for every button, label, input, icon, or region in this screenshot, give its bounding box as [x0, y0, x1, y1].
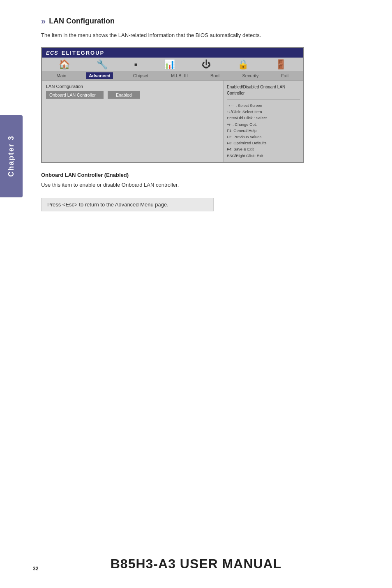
bios-keys-text: →← : Select Screen ↑↓/Click: Select Item… [227, 102, 300, 159]
key-esc: ESC/Right Click: Exit [227, 153, 300, 159]
key-f3: F3: Optimized Defaults [227, 140, 300, 146]
tab-exit[interactable]: Exit [279, 72, 291, 79]
key-f4: F4: Save & Exit [227, 146, 300, 152]
wrench-icon: 🔧 [97, 60, 108, 69]
key-f2: F2: Previous Values [227, 134, 300, 140]
key-select-screen: →← : Select Screen [227, 102, 300, 109]
page-container: Chapter 3 » LAN Configuration The item i… [0, 0, 392, 588]
bios-right-panel: Enabled/Disabled Onboard LAN Controller … [223, 81, 303, 162]
bios-help-text: Enabled/Disabled Onboard LAN Controller [227, 84, 300, 96]
tab-mib[interactable]: M.I.B. III [168, 72, 190, 79]
bios-icon-security[interactable]: 🔒 [238, 60, 249, 69]
chapter-sidebar: Chapter 3 [0, 115, 23, 197]
home-icon: 🏠 [59, 60, 70, 69]
bios-section-label: LAN Configuration [46, 84, 219, 89]
chip-icon: ▪️ [134, 60, 138, 69]
bios-icon-main[interactable]: 🏠 [59, 60, 70, 69]
bios-icon-exit[interactable]: 🚪 [275, 60, 286, 69]
bios-item-name-lan: Onboard LAN Controller [46, 91, 104, 99]
chapter-label: Chapter 3 [7, 135, 16, 177]
section-arrow-icon: » [41, 16, 46, 26]
bios-brand: ELITEGROUP [62, 50, 105, 56]
power-icon: ⏻ [202, 60, 211, 69]
bios-nav-icons: 🏠 🔧 ▪️ 📊 ⏻ 🔒 🚪 [42, 58, 303, 71]
lock-icon: 🔒 [238, 60, 249, 69]
key-f1: F1: General Help [227, 127, 300, 134]
subsection-description: Use this item to enable or disable Onboa… [41, 181, 359, 190]
tab-security[interactable]: Security [240, 72, 261, 79]
tab-chipset[interactable]: Chipset [131, 72, 151, 79]
key-change-opt: +/- : Change Opt. [227, 121, 300, 127]
bios-menu-item-lan[interactable]: Onboard LAN Controller Enabled [46, 91, 219, 99]
subsection-title: Onboard LAN Controller (Enabled) [41, 172, 359, 178]
section-description: The item in the menu shows the LAN-relat… [41, 31, 359, 40]
tab-advanced[interactable]: Advanced [86, 72, 113, 79]
key-select-item: ↑↓/Click: Select Item [227, 109, 300, 115]
bios-header: ECS ELITEGROUP [42, 48, 303, 58]
bios-logo: ECS [46, 50, 58, 56]
section-title-text: LAN Configuration [49, 17, 115, 25]
esc-note: Press <Esc> to return to the Advanced Me… [41, 198, 214, 211]
bios-icon-advanced[interactable]: 🔧 [97, 60, 108, 69]
bios-content: LAN Configuration Onboard LAN Controller… [42, 81, 303, 162]
bios-left-panel: LAN Configuration Onboard LAN Controller… [42, 81, 223, 162]
bios-divider [227, 100, 300, 100]
chart-icon: 📊 [164, 60, 175, 69]
bios-icon-mib[interactable]: 📊 [164, 60, 175, 69]
page-number: 32 [33, 566, 38, 572]
bios-box: ECS ELITEGROUP 🏠 🔧 ▪️ 📊 ⏻ 🔒 [41, 47, 304, 163]
bios-icon-chipset[interactable]: ▪️ [134, 60, 138, 69]
exit-icon: 🚪 [275, 60, 286, 69]
tab-boot[interactable]: Boot [208, 72, 222, 79]
footer-title: B85H3-A3 USER MANUAL [111, 556, 282, 572]
tab-main[interactable]: Main [54, 72, 69, 79]
bios-item-value-lan: Enabled [108, 91, 140, 99]
section-title: » LAN Configuration [41, 16, 359, 26]
key-enter: Enter/Dbl Click : Select [227, 115, 300, 121]
footer: B85H3-A3 USER MANUAL [0, 556, 392, 572]
bios-icon-boot[interactable]: ⏻ [202, 60, 211, 69]
bios-nav-tabs: Main Advanced Chipset M.I.B. III Boot Se… [42, 71, 303, 81]
